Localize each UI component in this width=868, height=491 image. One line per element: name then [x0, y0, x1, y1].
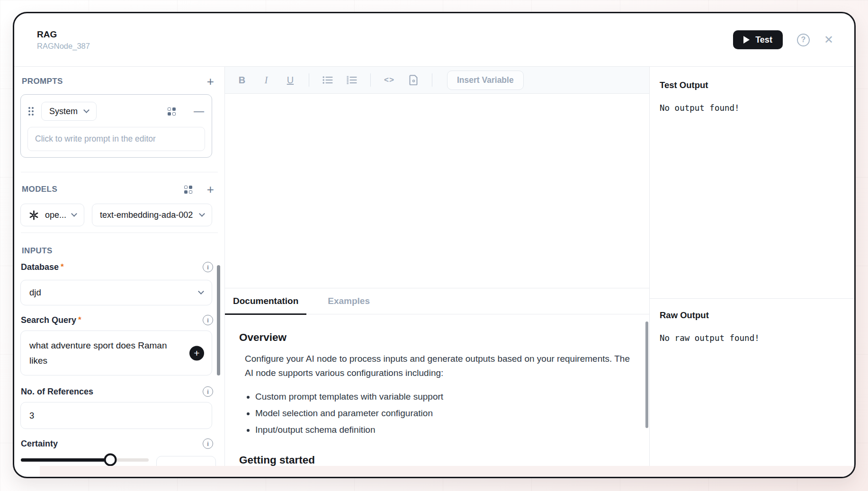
toolbar-divider [432, 73, 432, 87]
references-label: No. of References [21, 387, 93, 397]
underline-icon[interactable]: U [285, 73, 296, 87]
chevron-down-icon [198, 288, 204, 295]
database-value: djd [29, 287, 41, 298]
remove-prompt-icon[interactable]: — [194, 106, 204, 116]
info-icon[interactable]: i [203, 438, 213, 449]
toolbar-divider [309, 73, 309, 87]
toolbar-divider [370, 73, 371, 87]
chevron-down-icon [83, 107, 89, 113]
inputs-section-label: INPUTS [22, 246, 224, 256]
prompt-editor-area[interactable] [225, 94, 649, 288]
prompt-role-value: System [49, 107, 78, 116]
node-id: RAGNode_387 [37, 42, 90, 51]
references-input[interactable]: 3 [20, 402, 212, 429]
left-panel-scrollbar[interactable] [217, 265, 220, 375]
search-query-value: what adventure sport does Raman likes [29, 338, 169, 368]
required-asterisk: * [61, 262, 64, 272]
openai-logo-icon [28, 210, 39, 221]
model-value: text-embedding-ada-002 [100, 210, 193, 220]
dialog-header: RAG RAGNode_387 Test ? ✕ [14, 13, 854, 67]
close-icon[interactable]: ✕ [824, 34, 833, 45]
editor-toolbar: B I U <> Insert Variable [225, 67, 649, 94]
layout-grid-icon[interactable] [168, 107, 176, 116]
docs-tabbar: Documentation Examples [225, 288, 649, 314]
references-value: 3 [29, 411, 34, 421]
test-button-label: Test [755, 35, 772, 45]
section-divider [21, 232, 218, 233]
italic-icon[interactable]: I [260, 73, 272, 87]
prompt-role-dropdown[interactable]: System [41, 102, 97, 121]
slider-fill [21, 458, 110, 462]
database-select[interactable]: djd [20, 280, 212, 305]
add-model-icon[interactable]: + [207, 183, 214, 196]
numbered-list-icon[interactable] [346, 73, 358, 87]
test-output-section: Test Output No output found! [650, 67, 854, 299]
list-item: Model selection and parameter configurat… [255, 408, 633, 419]
search-query-label: Search Query [21, 315, 76, 325]
overview-heading: Overview [239, 331, 633, 344]
insert-variable-button[interactable]: Insert Variable [447, 71, 524, 90]
test-output-title: Test Output [660, 80, 843, 90]
list-item: Custom prompt templates with variable su… [255, 392, 633, 402]
provider-value: ope... [45, 210, 66, 220]
bullet-list-icon[interactable] [322, 73, 333, 87]
tab-examples[interactable]: Examples [320, 288, 378, 314]
drag-handle-icon[interactable] [28, 107, 34, 116]
output-panel: Test Output No output found! Raw Output … [650, 67, 854, 477]
search-query-input[interactable]: what adventure sport does Raman likes + [20, 330, 212, 375]
test-output-value: No output found! [660, 103, 843, 113]
provider-dropdown[interactable]: ope... [20, 204, 84, 226]
getting-started-heading: Getting started [239, 454, 633, 466]
documentation-content: Overview Configure your AI node to proce… [225, 314, 649, 477]
config-panel: PROMPTS + System — Click to write prompt… [14, 67, 225, 477]
info-icon[interactable]: i [203, 315, 213, 325]
prompt-card: System — Click to write prompt in the ed… [20, 94, 212, 158]
info-icon[interactable]: i [203, 262, 213, 272]
raw-output-section: Raw Output No raw output found! [650, 299, 854, 343]
section-divider [21, 172, 218, 172]
chevron-down-icon [199, 211, 205, 217]
code-icon[interactable]: <> [384, 73, 395, 87]
database-label: Database [21, 262, 59, 272]
editor-panel: B I U <> Insert Variable [225, 67, 650, 477]
slider-knob[interactable] [104, 454, 117, 466]
play-icon [743, 36, 750, 44]
bottom-strip [40, 466, 854, 477]
add-variable-icon[interactable]: + [189, 346, 204, 360]
file-icon[interactable] [408, 73, 419, 87]
certainty-label: Certainty [21, 439, 58, 449]
info-icon[interactable]: i [203, 386, 213, 397]
model-dropdown[interactable]: text-embedding-ada-002 [92, 204, 212, 226]
prompts-section-label: PROMPTS [22, 77, 63, 86]
raw-output-value: No raw output found! [660, 333, 843, 343]
bold-icon[interactable]: B [236, 73, 248, 87]
models-section-label: MODELS [22, 185, 57, 194]
list-item: Input/output schema definition [255, 425, 633, 435]
models-grid-icon[interactable] [184, 186, 192, 194]
required-asterisk: * [78, 315, 81, 325]
help-icon[interactable]: ? [797, 34, 810, 46]
test-button[interactable]: Test [733, 30, 783, 49]
prompt-editor-placeholder[interactable]: Click to write prompt in the editor [27, 127, 205, 151]
raw-output-title: Raw Output [660, 310, 843, 321]
rag-node-dialog: RAG RAGNode_387 Test ? ✕ PROMPTS + Sy [13, 12, 856, 478]
node-identity: RAG RAGNode_387 [37, 29, 90, 51]
tab-documentation[interactable]: Documentation [225, 288, 306, 314]
add-prompt-icon[interactable]: + [207, 75, 214, 88]
overview-body: Configure your AI node to process inputs… [245, 352, 633, 381]
page-title: RAG [37, 29, 90, 40]
overview-bullet-list: Custom prompt templates with variable su… [255, 392, 633, 435]
chevron-down-icon [71, 211, 77, 217]
docs-scrollbar[interactable] [645, 321, 648, 428]
certainty-slider[interactable] [21, 453, 149, 467]
slider-track[interactable] [21, 458, 149, 462]
